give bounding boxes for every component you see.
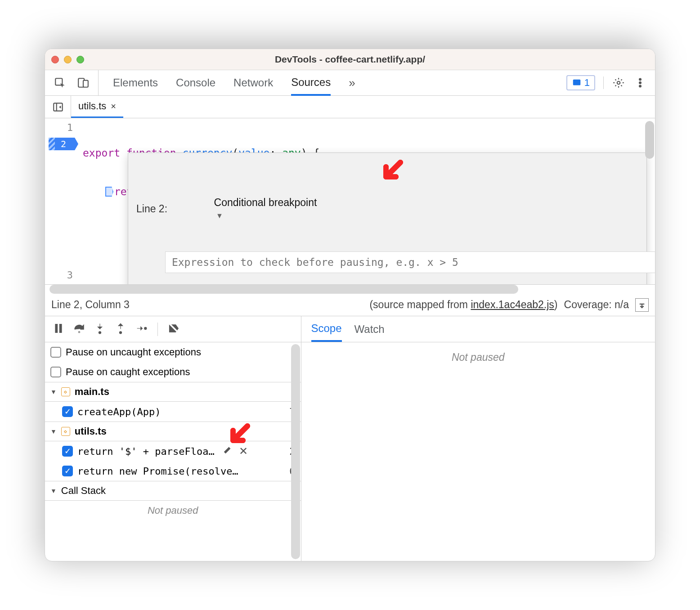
issues-badge[interactable]: 1: [566, 75, 595, 90]
titlebar: DevTools - coffee-cart.netlify.app/: [45, 49, 655, 70]
chevron-down-icon: ▼: [50, 388, 57, 395]
devtools-window: DevTools - coffee-cart.netlify.app/ Elem…: [45, 49, 655, 561]
svg-rect-2: [83, 81, 88, 87]
svg-rect-10: [55, 324, 58, 332]
svg-point-14: [119, 331, 121, 333]
svg-point-12: [78, 331, 81, 333]
step-into-icon[interactable]: [94, 322, 106, 336]
gutter-line-1[interactable]: 1: [45, 122, 73, 137]
inspect-element-icon[interactable]: [53, 76, 67, 90]
pause-caught-row[interactable]: Pause on caught exceptions: [45, 362, 301, 382]
device-toolbar-icon[interactable]: [76, 76, 90, 90]
window-title: DevTools - coffee-cart.netlify.app/: [45, 54, 655, 65]
chevron-down-icon: ▼: [50, 487, 57, 494]
editor-status-bar: Line 2, Column 3 (source mapped from ind…: [45, 294, 655, 316]
pause-uncaught-row[interactable]: Pause on uncaught exceptions: [45, 342, 301, 362]
ts-file-icon: ⋄: [61, 427, 70, 436]
svg-point-15: [144, 327, 147, 329]
pause-icon[interactable]: [52, 322, 65, 336]
tab-sources[interactable]: Sources: [291, 71, 331, 96]
file-tab-label: utils.ts: [78, 100, 106, 112]
divider: [603, 76, 604, 89]
tab-watch[interactable]: Watch: [354, 323, 385, 336]
vertical-scrollbar[interactable]: [291, 344, 300, 559]
more-menu-icon[interactable]: [633, 76, 647, 90]
gutter-line-2[interactable]: 2: [45, 137, 73, 152]
svg-rect-3: [573, 80, 581, 85]
tab-scope[interactable]: Scope: [311, 316, 342, 342]
call-stack-header[interactable]: ▼ Call Stack: [45, 481, 301, 501]
source-map-link[interactable]: index.1ac4eab2.js: [471, 299, 554, 310]
settings-icon[interactable]: [612, 76, 625, 90]
scope-body: Not paused: [301, 342, 655, 561]
deactivate-breakpoints-icon[interactable]: [168, 322, 180, 336]
svg-point-4: [617, 81, 620, 85]
svg-rect-11: [59, 324, 62, 332]
debugger-toolbar: [45, 316, 301, 342]
breakpoint-type-dropdown[interactable]: Conditional breakpoint ▼: [174, 184, 317, 233]
bp-file-utils[interactable]: ▼ ⋄ utils.ts: [45, 422, 301, 441]
debugger-left-panel: Pause on uncaught exceptions Pause on ca…: [45, 316, 301, 561]
svg-point-13: [99, 331, 101, 333]
inline-breakpoint-icon[interactable]: [105, 187, 113, 197]
checkbox-unchecked-icon[interactable]: [50, 367, 61, 377]
scope-watch-tabs: Scope Watch: [301, 316, 655, 342]
file-tab-utils[interactable]: utils.ts ×: [71, 96, 123, 118]
source-tabbar: utils.ts ×: [45, 96, 655, 118]
bp-item-createapp[interactable]: ✓ createApp(App) 7: [45, 402, 301, 422]
step-out-icon[interactable]: [114, 322, 127, 336]
svg-point-7: [639, 85, 641, 87]
more-tabs-button[interactable]: »: [349, 76, 355, 90]
vertical-scrollbar[interactable]: [645, 121, 654, 159]
chevron-down-icon: ▼: [50, 428, 57, 435]
toggle-bottom-panel-icon[interactable]: [635, 298, 649, 312]
breakpoint-condition-input[interactable]: [165, 251, 655, 273]
debugger-split: Pause on uncaught exceptions Pause on ca…: [45, 316, 655, 561]
bp-item-return-promise[interactable]: ✓ return new Promise(resolve… 6: [45, 461, 301, 481]
checkbox-checked-icon[interactable]: ✓: [62, 466, 73, 476]
line-gutter[interactable]: 1 2 3: [45, 118, 77, 284]
gutter-line-3[interactable]: 3: [45, 269, 73, 285]
bp-file-main[interactable]: ▼ ⋄ main.ts: [45, 382, 301, 402]
cursor-position: Line 2, Column 3: [51, 299, 130, 311]
show-navigator-icon[interactable]: [45, 96, 71, 118]
main-tabstrip: Elements Console Network Sources » 1: [45, 70, 655, 96]
debugger-right-panel: Scope Watch Not paused: [301, 316, 655, 561]
horizontal-scrollbar[interactable]: [45, 285, 655, 294]
code-editor[interactable]: 1 2 3 export function currency(value: an…: [45, 118, 655, 285]
svg-point-5: [639, 78, 641, 80]
tab-network[interactable]: Network: [233, 70, 273, 95]
checkbox-checked-icon[interactable]: ✓: [62, 446, 73, 457]
tab-console[interactable]: Console: [176, 70, 215, 95]
step-over-icon[interactable]: [73, 322, 85, 336]
source-map-info: (source mapped from index.1ac4eab2.js): [369, 299, 557, 311]
not-paused-label: Not paused: [452, 351, 505, 363]
checkbox-unchecked-icon[interactable]: [50, 347, 61, 358]
bp-item-return-dollar[interactable]: ✓ return '$' + parseFloa… ✕ 2: [45, 441, 301, 461]
svg-rect-8: [54, 103, 63, 111]
annotation-arrow-icon: [316, 146, 405, 199]
svg-point-6: [639, 82, 641, 84]
annotation-arrow-icon: [225, 422, 252, 451]
breakpoints-panel: Pause on uncaught exceptions Pause on ca…: [45, 342, 301, 561]
checkbox-checked-icon[interactable]: ✓: [62, 406, 73, 417]
step-icon[interactable]: [135, 322, 148, 336]
close-file-tab-icon[interactable]: ×: [111, 101, 116, 112]
coverage-info: Coverage: n/a: [564, 299, 629, 311]
chevron-down-icon: ▼: [214, 212, 223, 220]
divider: [157, 323, 158, 336]
tab-elements[interactable]: Elements: [113, 70, 158, 95]
issues-count: 1: [584, 77, 590, 89]
breakpoint-line-label: Line 2:: [136, 203, 167, 215]
breakpoint-marker[interactable]: 2: [49, 138, 78, 150]
call-stack-empty: Not paused: [45, 501, 301, 520]
ts-file-icon: ⋄: [61, 387, 70, 396]
code-content[interactable]: export function currency(value: any) { r…: [77, 118, 655, 284]
